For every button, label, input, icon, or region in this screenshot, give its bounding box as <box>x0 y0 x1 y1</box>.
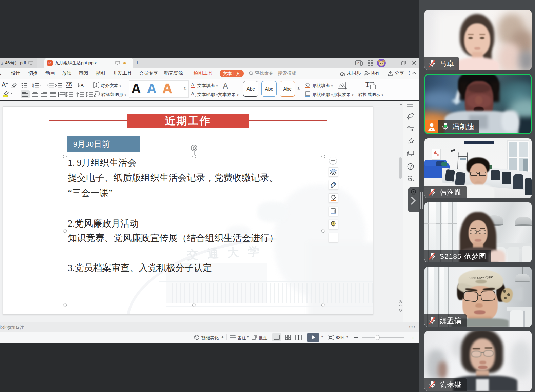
svg-text:2: 2 <box>357 61 359 65</box>
svg-text:T: T <box>365 81 370 88</box>
svg-text:AB: AB <box>66 83 72 87</box>
svg-text:A: A <box>81 83 84 88</box>
svg-text:3: 3 <box>32 86 34 89</box>
svg-text:A: A <box>191 82 194 87</box>
svg-text:A: A <box>191 91 194 96</box>
